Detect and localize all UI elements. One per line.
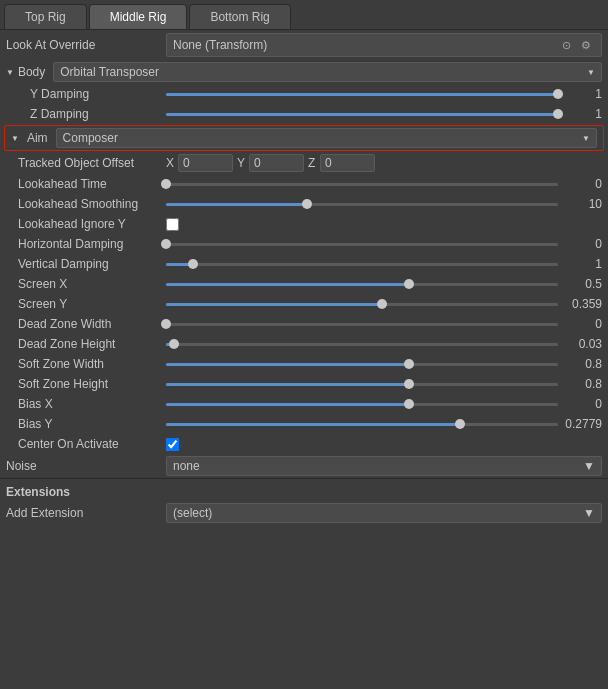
lookahead-smoothing-slider-container: 10 bbox=[166, 197, 602, 211]
content-panel: Look At Override None (Transform) ⊙ ⚙ ▼ … bbox=[0, 30, 608, 525]
noise-value: none bbox=[173, 459, 200, 473]
dead-zone-width-slider[interactable] bbox=[166, 323, 558, 326]
body-label: Body bbox=[18, 65, 45, 79]
vertical-damping-thumb[interactable] bbox=[188, 259, 198, 269]
vertical-damping-label: Vertical Damping bbox=[6, 257, 166, 271]
lookahead-time-slider-container: 0 bbox=[166, 177, 602, 191]
lookahead-time-slider[interactable] bbox=[166, 183, 558, 186]
add-extension-label: Add Extension bbox=[6, 506, 166, 520]
look-at-override-text: None (Transform) bbox=[173, 38, 267, 52]
screen-x-slider-container: 0.5 bbox=[166, 277, 602, 291]
y-damping-thumb[interactable] bbox=[553, 89, 563, 99]
body-dropdown-btn[interactable]: Orbital Transposer ▼ bbox=[53, 62, 602, 82]
soft-zone-width-thumb[interactable] bbox=[404, 359, 414, 369]
soft-zone-height-row: Soft Zone Height 0.8 bbox=[0, 374, 608, 394]
y-damping-slider[interactable] bbox=[166, 93, 558, 96]
tab-bottom-rig[interactable]: Bottom Rig bbox=[189, 4, 290, 29]
vertical-damping-slider-container: 1 bbox=[166, 257, 602, 271]
xyz-x-field: X bbox=[166, 154, 233, 172]
bias-x-thumb[interactable] bbox=[404, 399, 414, 409]
lookahead-smoothing-row: Lookahead Smoothing 10 bbox=[0, 194, 608, 214]
add-extension-dropdown[interactable]: (select) ▼ bbox=[166, 503, 602, 523]
center-on-activate-row: Center On Activate bbox=[0, 434, 608, 454]
screen-x-fill bbox=[166, 283, 409, 286]
y-damping-fill bbox=[166, 93, 558, 96]
center-on-activate-checkbox[interactable] bbox=[166, 438, 179, 451]
xyz-z-field: Z bbox=[308, 154, 375, 172]
y-damping-value: 1 bbox=[562, 87, 602, 101]
z-damping-fill bbox=[166, 113, 558, 116]
add-extension-arrow: ▼ bbox=[583, 506, 595, 520]
bias-y-value: 0.2779 bbox=[562, 417, 602, 431]
y-damping-label: Y Damping bbox=[6, 87, 166, 101]
bias-y-fill bbox=[166, 423, 460, 426]
vertical-damping-slider[interactable] bbox=[166, 263, 558, 266]
x-label: X bbox=[166, 156, 176, 170]
dead-zone-width-thumb[interactable] bbox=[161, 319, 171, 329]
bias-y-slider[interactable] bbox=[166, 423, 558, 426]
xyz-fields: X Y Z bbox=[166, 154, 602, 172]
lookahead-ignore-y-checkbox[interactable] bbox=[166, 218, 179, 231]
target-icon[interactable]: ⊙ bbox=[557, 36, 575, 54]
dead-zone-height-slider-container: 0.03 bbox=[166, 337, 602, 351]
horizontal-damping-slider[interactable] bbox=[166, 243, 558, 246]
tracked-object-offset-row: Tracked Object Offset X Y Z bbox=[0, 152, 608, 174]
bias-y-thumb[interactable] bbox=[455, 419, 465, 429]
screen-y-thumb[interactable] bbox=[377, 299, 387, 309]
body-dropdown[interactable]: Orbital Transposer ▼ bbox=[49, 62, 602, 82]
aim-value: Composer bbox=[63, 131, 118, 145]
lookahead-ignore-y-row: Lookahead Ignore Y bbox=[0, 214, 608, 234]
tab-middle-rig[interactable]: Middle Rig bbox=[89, 4, 188, 29]
soft-zone-height-slider[interactable] bbox=[166, 383, 558, 386]
dead-zone-height-label: Dead Zone Height bbox=[6, 337, 166, 351]
body-value: Orbital Transposer bbox=[60, 65, 159, 79]
lookahead-time-label: Lookahead Time bbox=[6, 177, 166, 191]
bias-x-slider[interactable] bbox=[166, 403, 558, 406]
soft-zone-width-fill bbox=[166, 363, 409, 366]
screen-x-label: Screen X bbox=[6, 277, 166, 291]
center-on-activate-label: Center On Activate bbox=[6, 437, 166, 451]
bias-x-value: 0 bbox=[562, 397, 602, 411]
y-input[interactable] bbox=[249, 154, 304, 172]
dead-zone-width-value: 0 bbox=[562, 317, 602, 331]
tab-bar: Top Rig Middle Rig Bottom Rig bbox=[0, 0, 608, 30]
soft-zone-width-label: Soft Zone Width bbox=[6, 357, 166, 371]
x-input[interactable] bbox=[178, 154, 233, 172]
screen-y-slider[interactable] bbox=[166, 303, 558, 306]
dead-zone-height-thumb[interactable] bbox=[169, 339, 179, 349]
aim-arrow: ▼ bbox=[582, 134, 590, 143]
aim-dropdown-wrapper: Composer ▼ bbox=[52, 128, 597, 148]
noise-label: Noise bbox=[6, 459, 166, 473]
horizontal-damping-thumb[interactable] bbox=[161, 239, 171, 249]
horizontal-damping-value: 0 bbox=[562, 237, 602, 251]
bias-y-label: Bias Y bbox=[6, 417, 166, 431]
z-label: Z bbox=[308, 156, 318, 170]
noise-dropdown[interactable]: none ▼ bbox=[166, 456, 602, 476]
aim-header[interactable]: ▼ Aim Composer ▼ bbox=[4, 125, 604, 151]
screen-x-slider[interactable] bbox=[166, 283, 558, 286]
aim-dropdown[interactable]: Composer ▼ bbox=[56, 128, 597, 148]
look-at-override-value[interactable]: None (Transform) ⊙ ⚙ bbox=[166, 33, 602, 57]
lookahead-time-thumb[interactable] bbox=[161, 179, 171, 189]
soft-zone-width-slider[interactable] bbox=[166, 363, 558, 366]
lookahead-smoothing-thumb[interactable] bbox=[302, 199, 312, 209]
soft-zone-height-thumb[interactable] bbox=[404, 379, 414, 389]
bias-x-fill bbox=[166, 403, 409, 406]
gear-icon[interactable]: ⚙ bbox=[577, 36, 595, 54]
body-triangle: ▼ bbox=[6, 68, 14, 77]
soft-zone-height-fill bbox=[166, 383, 409, 386]
lookahead-smoothing-slider[interactable] bbox=[166, 203, 558, 206]
bias-x-label: Bias X bbox=[6, 397, 166, 411]
z-damping-row: Z Damping 1 bbox=[0, 104, 608, 124]
dead-zone-height-slider[interactable] bbox=[166, 343, 558, 346]
screen-y-slider-container: 0.359 bbox=[166, 297, 602, 311]
screen-x-thumb[interactable] bbox=[404, 279, 414, 289]
body-section-header[interactable]: ▼ Body Orbital Transposer ▼ bbox=[0, 60, 608, 84]
screen-y-fill bbox=[166, 303, 382, 306]
z-input[interactable] bbox=[320, 154, 375, 172]
look-at-override-label: Look At Override bbox=[6, 38, 166, 52]
tab-top-rig[interactable]: Top Rig bbox=[4, 4, 87, 29]
y-damping-row: Y Damping 1 bbox=[0, 84, 608, 104]
z-damping-thumb[interactable] bbox=[553, 109, 563, 119]
z-damping-slider[interactable] bbox=[166, 113, 558, 116]
